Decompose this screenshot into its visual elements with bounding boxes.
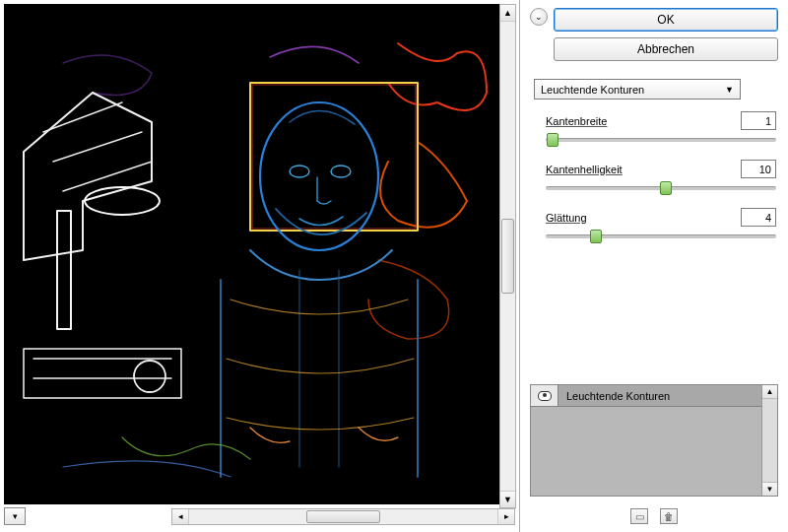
edge-width-input[interactable] xyxy=(741,111,776,130)
edge-brightness-label: Kantenhelligkeit xyxy=(546,164,623,175)
edge-width-label: Kantenbreite xyxy=(546,115,607,127)
edge-width-slider[interactable] xyxy=(546,138,776,142)
delete-effect-layer-button[interactable]: 🗑 xyxy=(660,508,678,524)
new-effect-layer-button[interactable]: ▭ xyxy=(630,508,648,524)
scroll-up-button[interactable]: ▲ xyxy=(500,5,515,22)
scroll-v-track[interactable] xyxy=(500,22,515,491)
scroll-down-button[interactable]: ▼ xyxy=(500,491,515,507)
list-scroll-down[interactable]: ▼ xyxy=(762,482,777,496)
scroll-h-thumb[interactable] xyxy=(306,510,380,523)
smoothing-slider[interactable] xyxy=(546,234,776,238)
scroll-right-button[interactable]: ▸ xyxy=(497,509,514,524)
new-page-icon: ▭ xyxy=(635,511,644,522)
smoothing-slider-thumb[interactable] xyxy=(590,230,602,243)
eye-icon xyxy=(538,391,552,401)
effect-list-scrollbar[interactable]: ▲ ▼ xyxy=(761,385,777,496)
edge-width-slider-thumb[interactable] xyxy=(547,133,558,147)
trash-icon: 🗑 xyxy=(664,511,674,522)
filter-preview[interactable] xyxy=(4,4,504,504)
preview-scrollbar-horizontal[interactable]: ◂ ▸ xyxy=(171,508,515,525)
smoothing-input[interactable] xyxy=(741,208,776,227)
effect-layer-row[interactable]: Leuchtende Konturen xyxy=(531,385,761,407)
filter-dropdown-label: Leuchtende Konturen xyxy=(541,84,644,96)
scroll-v-thumb[interactable] xyxy=(501,219,514,294)
list-scroll-track[interactable] xyxy=(762,399,777,482)
list-scroll-up[interactable]: ▲ xyxy=(762,385,777,399)
effect-layer-label: Leuchtende Konturen xyxy=(558,390,670,402)
edge-brightness-input[interactable] xyxy=(741,160,776,178)
scroll-left-button[interactable]: ◂ xyxy=(172,509,189,524)
zoom-dropdown-button[interactable]: ▾ xyxy=(4,507,26,525)
filter-dropdown[interactable]: Leuchtende Konturen ▼ xyxy=(534,79,741,100)
preview-scrollbar-vertical[interactable]: ▲ ▼ xyxy=(499,4,516,508)
collapse-panel-button[interactable]: ⌄ xyxy=(530,8,548,26)
cancel-button[interactable]: Abbrechen xyxy=(554,37,778,61)
scroll-h-track[interactable] xyxy=(189,509,497,524)
effect-layers-list: Leuchtende Konturen ▲ ▼ xyxy=(530,384,778,497)
edge-brightness-slider-thumb[interactable] xyxy=(660,181,672,195)
chevrons-down-icon: ⌄ xyxy=(535,13,543,22)
edge-brightness-slider[interactable] xyxy=(546,186,776,190)
ok-button[interactable]: OK xyxy=(554,8,778,32)
smoothing-label: Glättung xyxy=(546,212,587,224)
chevron-down-icon: ▼ xyxy=(725,85,734,95)
layer-visibility-toggle[interactable] xyxy=(531,385,558,406)
